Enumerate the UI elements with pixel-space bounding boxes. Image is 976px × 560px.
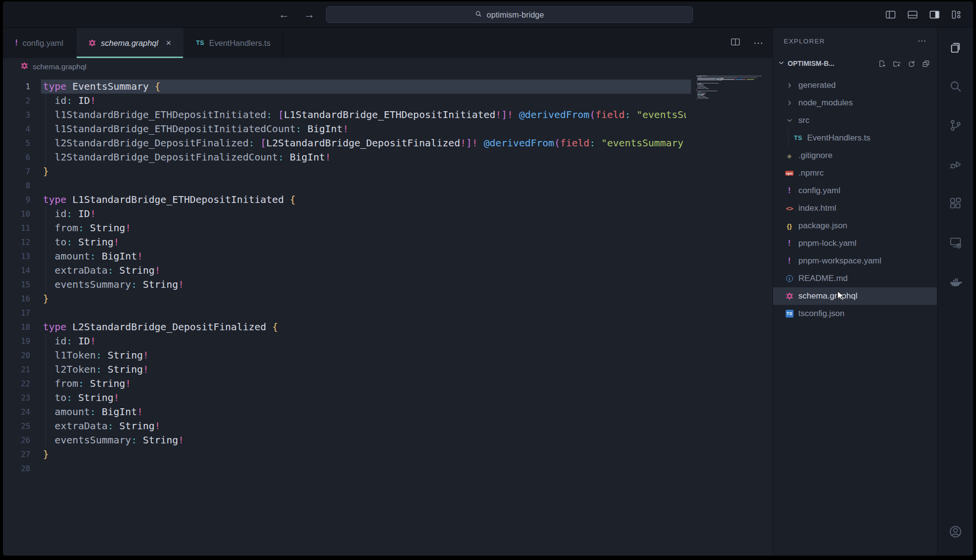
code-line[interactable]: 24 amount: BigInt! bbox=[3, 405, 773, 419]
file-name: README.md bbox=[798, 274, 848, 283]
file-row-index.html[interactable]: <>index.html bbox=[773, 200, 937, 217]
line-number: 22 bbox=[3, 377, 30, 391]
chevron-right-icon bbox=[785, 100, 794, 106]
code-line[interactable]: 2 id: ID! bbox=[3, 94, 773, 108]
run-debug-icon[interactable] bbox=[949, 158, 962, 171]
refresh-icon[interactable] bbox=[907, 60, 915, 68]
code-line[interactable]: 21 l2Token: String! bbox=[3, 362, 773, 377]
docker-icon[interactable] bbox=[949, 275, 962, 288]
minimap[interactable] bbox=[696, 76, 762, 100]
file-row-EventHandlers.ts[interactable]: TSEventHandlers.ts bbox=[773, 129, 937, 147]
code-line[interactable]: 27} bbox=[3, 447, 773, 461]
active-tab-underline bbox=[77, 57, 183, 58]
extensions-icon[interactable] bbox=[949, 197, 962, 210]
code-line[interactable]: 9type L1StandardBridge_ETHDepositInitiat… bbox=[3, 193, 773, 207]
files-icon[interactable] bbox=[949, 40, 962, 54]
vscode-window: ← → optimism-bridge !config.yamlschema.g… bbox=[3, 1, 973, 556]
back-arrow-icon[interactable]: ← bbox=[279, 8, 289, 21]
code-line[interactable]: 19 id: ID! bbox=[3, 334, 773, 348]
new-file-icon[interactable] bbox=[878, 60, 886, 68]
line-number: 8 bbox=[3, 179, 30, 193]
split-editor-icon[interactable] bbox=[730, 37, 741, 49]
search-icon[interactable] bbox=[949, 80, 962, 93]
code-text bbox=[43, 461, 686, 476]
toggle-sidebar-right-icon[interactable] bbox=[929, 9, 940, 20]
yaml-icon: ! bbox=[785, 257, 794, 265]
collapse-all-icon[interactable] bbox=[922, 60, 930, 68]
source-control-icon[interactable] bbox=[949, 119, 962, 132]
code-line[interactable]: 15 eventsSummary: String! bbox=[3, 278, 773, 292]
code-text: } bbox=[43, 292, 686, 306]
code-text: extraData: String! bbox=[43, 263, 686, 278]
tab-schema.graphql[interactable]: schema.graphql× bbox=[76, 28, 184, 58]
code-line[interactable]: 1type EventsSummary { bbox=[3, 80, 773, 94]
code-line[interactable]: 4 l1StandardBridge_ETHDepositInitiatedCo… bbox=[3, 122, 773, 136]
file-row-tsconfig.json[interactable]: TStsconfig.json bbox=[773, 305, 937, 322]
editor-group: !config.yamlschema.graphql×TSEventHandle… bbox=[3, 28, 773, 556]
workspace-section-header[interactable]: OPTIMISM-B... bbox=[773, 54, 937, 73]
code-editor[interactable]: 1type EventsSummary {2 id: ID!3 l1Standa… bbox=[3, 76, 773, 476]
search-icon bbox=[475, 10, 482, 20]
breadcrumb[interactable]: schema.graphql bbox=[3, 58, 773, 76]
file-name: package.json bbox=[798, 221, 847, 231]
customize-layout-icon[interactable] bbox=[951, 9, 962, 20]
code-line[interactable]: 28 bbox=[3, 461, 773, 476]
breadcrumb-label: schema.graphql bbox=[33, 62, 86, 71]
toggle-panel-icon[interactable] bbox=[907, 9, 918, 20]
code-line[interactable]: 6 l2StandardBridge_DepositFinalizedCount… bbox=[3, 150, 773, 164]
close-icon[interactable]: × bbox=[166, 38, 171, 48]
git-icon: ◈ bbox=[785, 152, 794, 160]
code-line[interactable]: 12 to: String! bbox=[3, 235, 773, 249]
file-name: pnpm-lock.yaml bbox=[798, 239, 856, 248]
code-line[interactable]: 16} bbox=[3, 292, 773, 306]
tab-config.yaml[interactable]: !config.yaml bbox=[3, 28, 76, 58]
code-line[interactable]: 25 extraData: String! bbox=[3, 419, 773, 433]
code-text: l2StandardBridge_DepositFinalizedCount: … bbox=[43, 150, 686, 164]
code-line[interactable]: 13 amount: BigInt! bbox=[3, 249, 773, 263]
file-row-pnpm-workspace.yaml[interactable]: !pnpm-workspace.yaml bbox=[773, 252, 937, 270]
code-text: l2StandardBridge_DepositFinalized: [L2St… bbox=[43, 136, 686, 150]
code-text: l1StandardBridge_ETHDepositInitiatedCoun… bbox=[43, 122, 686, 136]
file-row-.npmrc[interactable]: npm.npmrc bbox=[773, 164, 937, 182]
toggle-sidebar-left-icon[interactable] bbox=[885, 9, 896, 20]
code-line[interactable]: 14 extraData: String! bbox=[3, 263, 773, 278]
code-line[interactable]: 18type L2StandardBridge_DepositFinalized… bbox=[3, 320, 773, 334]
code-line[interactable]: 20 l1Token: String! bbox=[3, 348, 773, 362]
file-row-src[interactable]: src bbox=[773, 112, 937, 129]
file-row-pnpm-lock.yaml[interactable]: !pnpm-lock.yaml bbox=[773, 235, 937, 252]
code-line[interactable]: 8 bbox=[3, 179, 773, 193]
code-line[interactable]: 5 l2StandardBridge_DepositFinalized: [L2… bbox=[3, 136, 773, 150]
code-line[interactable]: 11 from: String! bbox=[3, 221, 773, 235]
code-line[interactable]: 26 eventsSummary: String! bbox=[3, 433, 773, 447]
title-bar: ← → optimism-bridge bbox=[3, 1, 973, 28]
explorer-more-icon[interactable]: ⋯ bbox=[917, 36, 926, 46]
file-row-generated[interactable]: generated bbox=[773, 77, 937, 94]
code-line[interactable]: 22 from: String! bbox=[3, 377, 773, 391]
line-number: 25 bbox=[3, 419, 30, 433]
new-folder-icon[interactable] bbox=[893, 60, 901, 68]
yaml-icon: ! bbox=[15, 39, 18, 47]
file-name: index.html bbox=[798, 203, 836, 213]
code-line[interactable]: 23 to: String! bbox=[3, 391, 773, 405]
file-row-node_modules[interactable]: node_modules bbox=[773, 94, 937, 112]
tab-EventHandlers.ts[interactable]: TSEventHandlers.ts bbox=[184, 28, 283, 58]
code-line[interactable]: 3 l1StandardBridge_ETHDepositInitiated: … bbox=[3, 108, 773, 122]
file-row-config.yaml[interactable]: !config.yaml bbox=[773, 182, 937, 200]
remote-explorer-icon[interactable] bbox=[949, 236, 962, 249]
account-icon[interactable] bbox=[948, 524, 963, 539]
chevron-down-icon bbox=[778, 60, 785, 68]
code-line[interactable]: 17 bbox=[3, 306, 773, 320]
npm-icon: npm bbox=[785, 171, 794, 176]
more-actions-icon[interactable]: ⋯ bbox=[753, 37, 764, 49]
forward-arrow-icon[interactable]: → bbox=[304, 8, 315, 21]
code-line[interactable]: 10 id: ID! bbox=[3, 207, 773, 221]
readme-icon: i bbox=[785, 275, 794, 282]
line-number: 27 bbox=[3, 447, 30, 461]
tab-label: config.yaml bbox=[22, 39, 63, 48]
file-row-README.md[interactable]: iREADME.md bbox=[773, 270, 937, 287]
file-row-package.json[interactable]: {}package.json bbox=[773, 217, 937, 235]
code-line[interactable]: 7} bbox=[3, 164, 773, 179]
file-row-schema.graphql[interactable]: schema.graphql bbox=[773, 287, 937, 305]
command-search-input[interactable]: optimism-bridge bbox=[326, 6, 693, 23]
file-row-.gitignore[interactable]: ◈.gitignore bbox=[773, 147, 937, 164]
